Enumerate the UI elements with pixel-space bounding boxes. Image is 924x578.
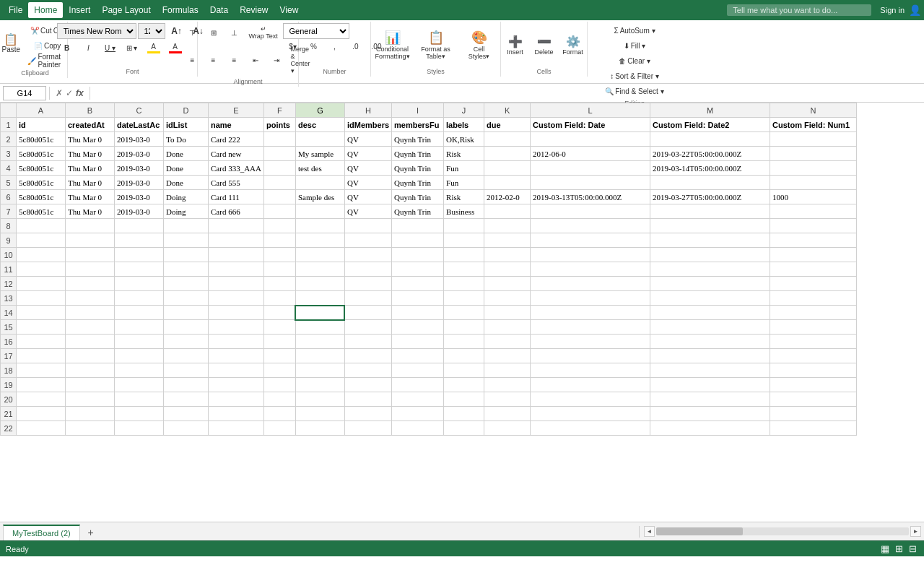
cell-r17-c10[interactable] [484,349,531,363]
cell-r12-c11[interactable] [531,277,650,291]
wrap-text-button[interactable]: ↵ Wrap Text [245,23,282,42]
align-middle-button[interactable]: ⊞ [204,27,224,39]
cell-r3-c9[interactable]: Risk [444,147,484,161]
cancel-formula-icon[interactable]: ✗ [56,88,63,98]
insert-cells-button[interactable]: ➕ Insert [502,25,528,65]
cell-r12-c3[interactable] [164,277,209,291]
cell-r17-c1[interactable] [66,349,115,363]
cell-r4-c8[interactable]: Quynh Trin [392,161,444,176]
cell-r7-c6[interactable] [295,204,344,219]
cell-r5-c6[interactable] [295,176,344,190]
cell-r8-c0[interactable] [17,219,66,233]
cell-r7-c13[interactable] [770,204,857,219]
cell-r5-c2[interactable]: 2019-03-0 [115,176,164,190]
cell-r2-c1[interactable]: Thu Mar 0 [66,132,115,147]
col-header-A[interactable]: A [17,103,66,118]
row-num-5[interactable]: 5 [1,176,17,190]
tell-me-input[interactable] [727,4,871,16]
cell-r6-c6[interactable]: Sample des [295,190,344,204]
row-num-2[interactable]: 2 [1,132,17,147]
col-header-J[interactable]: J [444,103,484,118]
cell-r21-c12[interactable] [650,407,770,421]
h-scroll-thumb[interactable] [656,527,743,535]
cell-r13-c6[interactable] [295,291,344,306]
cell-r15-c4[interactable] [209,320,264,335]
cell-r2-c3[interactable]: To Do [164,132,209,147]
percent-button[interactable]: % [304,40,324,53]
cell-r4-c7[interactable]: QV [344,161,391,176]
cell-r1-c9[interactable]: labels [444,118,484,132]
cell-r4-c2[interactable]: 2019-03-0 [115,161,164,176]
cell-r8-c11[interactable] [531,219,650,233]
cell-r10-c1[interactable] [66,248,115,262]
cell-r21-c1[interactable] [66,407,115,421]
cell-r9-c2[interactable] [115,233,164,248]
cell-r8-c4[interactable] [209,219,264,233]
cell-r21-c11[interactable] [531,407,650,421]
row-num-15[interactable]: 15 [1,320,17,335]
bold-button[interactable]: B [57,42,77,54]
cell-r14-c5[interactable] [263,306,295,320]
currency-button[interactable]: $▾ [283,40,303,53]
cell-r9-c10[interactable] [484,233,531,248]
paste-button[interactable]: 📋 Paste [0,23,22,64]
cell-r1-c13[interactable]: Custom Field: Num1 [770,118,857,132]
cell-r10-c11[interactable] [531,248,650,262]
cell-r8-c7[interactable] [344,219,391,233]
cell-r19-c1[interactable] [66,378,115,392]
row-num-22[interactable]: 22 [1,421,17,436]
cell-r14-c8[interactable] [392,306,444,320]
menu-page-layout[interactable]: Page Layout [96,2,156,18]
cell-r14-c1[interactable] [66,306,115,320]
cell-r1-c2[interactable]: dateLastAc [115,118,164,132]
row-num-20[interactable]: 20 [1,392,17,407]
cell-r16-c6[interactable] [295,335,344,349]
cell-r22-c8[interactable] [392,421,444,436]
cell-r5-c11[interactable] [531,176,650,190]
row-num-19[interactable]: 19 [1,378,17,392]
cell-r18-c3[interactable] [164,363,209,378]
cell-r22-c5[interactable] [263,421,295,436]
cell-r12-c7[interactable] [344,277,391,291]
cell-r21-c5[interactable] [263,407,295,421]
col-header-C[interactable]: C [115,103,164,118]
cell-r13-c3[interactable] [164,291,209,306]
cell-r20-c4[interactable] [209,392,264,407]
cell-r13-c7[interactable] [344,291,391,306]
col-header-H[interactable]: H [344,103,391,118]
cell-r1-c5[interactable]: points [263,118,295,132]
cell-r18-c7[interactable] [344,363,391,378]
cell-r2-c5[interactable] [263,132,295,147]
cell-r20-c12[interactable] [650,392,770,407]
cell-r8-c1[interactable] [66,219,115,233]
cell-r9-c5[interactable] [263,233,295,248]
sheet-wrapper[interactable]: A B C D E F G H I J K L M N 1idcreatedAt… [0,103,924,522]
cell-r5-c7[interactable]: QV [344,176,391,190]
cell-r1-c11[interactable]: Custom Field: Date [531,118,650,132]
menu-data[interactable]: Data [204,2,234,18]
cell-r17-c12[interactable] [650,349,770,363]
h-scroll-track[interactable] [656,527,909,535]
cell-r14-c9[interactable] [444,306,484,320]
cell-r14-c2[interactable] [115,306,164,320]
comma-button[interactable]: , [325,40,345,53]
row-num-13[interactable]: 13 [1,291,17,306]
cell-r17-c13[interactable] [770,349,857,363]
col-header-N[interactable]: N [770,103,857,118]
cell-r17-c9[interactable] [444,349,484,363]
cell-r19-c10[interactable] [484,378,531,392]
cell-r14-c13[interactable] [770,306,857,320]
cell-r16-c10[interactable] [484,335,531,349]
cell-r7-c7[interactable]: QV [344,204,391,219]
fill-button[interactable]: ⬇ Fill ▾ [601,38,667,53]
row-num-1[interactable]: 1 [1,118,17,132]
row-num-9[interactable]: 9 [1,233,17,248]
cell-r3-c5[interactable] [263,147,295,161]
cell-r16-c11[interactable] [531,335,650,349]
normal-view-button[interactable]: ▦ [879,543,891,554]
cell-r20-c7[interactable] [344,392,391,407]
cell-r1-c3[interactable]: idList [164,118,209,132]
cell-r1-c4[interactable]: name [209,118,264,132]
cell-r11-c13[interactable] [770,262,857,277]
cell-r21-c10[interactable] [484,407,531,421]
